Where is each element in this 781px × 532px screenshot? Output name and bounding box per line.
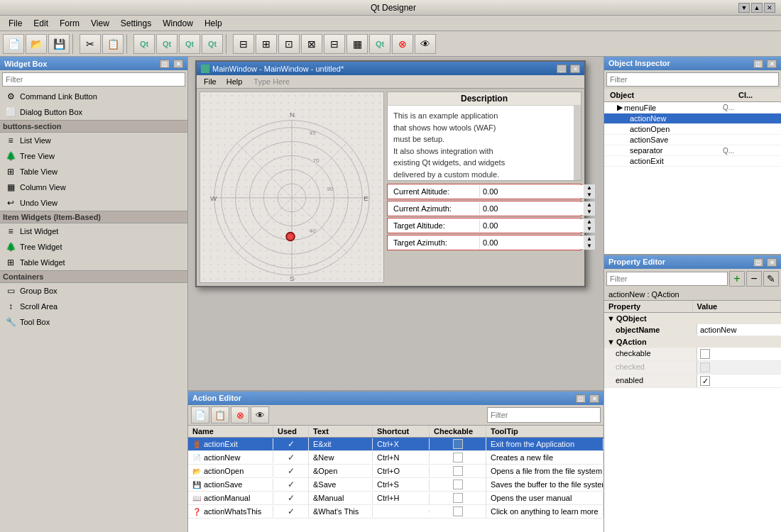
layout-v[interactable]: ⊞ xyxy=(256,34,277,54)
widget-item-command-link-button[interactable]: ⚙ Command Link Button xyxy=(0,89,187,104)
action-delete-btn[interactable]: ⊗ xyxy=(231,406,249,423)
obj-name-actionnew: actionNew xyxy=(628,114,723,123)
menu-file[interactable]: File xyxy=(3,17,28,30)
maximize-button[interactable]: ▲ xyxy=(751,3,763,13)
prop-val-objectname[interactable]: actionNew xyxy=(697,324,781,336)
desc-line4: It also shows integration with xyxy=(393,147,493,155)
widget-item-tree-view[interactable]: 🌲 Tree View xyxy=(0,148,187,164)
obj-row-menufile[interactable]: ▶ menuFile Q... xyxy=(604,102,781,113)
widget-item-column-view[interactable]: ▦ Column View xyxy=(0,179,187,195)
menu-edit[interactable]: Edit xyxy=(28,17,54,30)
mw-minimize[interactable]: _ xyxy=(557,65,567,73)
oi-float-btn[interactable]: ◫ xyxy=(753,60,763,68)
action-row-exit[interactable]: 🚪 actionExit ✓ E&xit Ctrl+X Exit from th… xyxy=(188,438,604,451)
widget-item-tree-widget[interactable]: 🌲 Tree Widget xyxy=(0,239,187,255)
spin-up-3[interactable]: ▲ xyxy=(584,218,595,226)
mw-type-here[interactable]: Type Here xyxy=(248,77,295,87)
widget-item-scroll-area[interactable]: ↕ Scroll Area xyxy=(0,299,187,314)
cut-button[interactable]: ✂ xyxy=(80,34,101,54)
preview-button[interactable]: 👁 xyxy=(415,34,436,54)
oi-close-btn[interactable]: ✕ xyxy=(767,60,777,68)
mw-close[interactable]: ✕ xyxy=(570,65,580,73)
minimize-button[interactable]: ▼ xyxy=(738,3,750,13)
widget-item-table-view[interactable]: ⊞ Table View xyxy=(0,164,187,179)
pe-close-btn[interactable]: ✕ xyxy=(767,258,777,267)
window-controls[interactable]: ▼ ▲ ✕ xyxy=(738,3,775,13)
prop-remove-btn[interactable]: − xyxy=(746,271,762,287)
obj-row-actionopen[interactable]: actionOpen xyxy=(604,124,781,135)
spin-up-4[interactable]: ▲ xyxy=(584,235,595,243)
mw-menu-file[interactable]: File xyxy=(200,77,221,87)
qt-btn-1[interactable]: Qt xyxy=(133,34,155,54)
wb-float-btn[interactable]: ◫ xyxy=(160,60,170,68)
action-row-manual[interactable]: 📖 actionManual ✓ &Manual Ctrl+H Opens th… xyxy=(188,492,604,505)
obj-row-actionnew[interactable]: actionNew xyxy=(604,113,781,124)
widget-item-table-widget[interactable]: ⊞ Table Widget xyxy=(0,255,187,270)
close-button[interactable]: ✕ xyxy=(764,3,775,13)
qt-btn-4[interactable]: Qt xyxy=(202,34,223,54)
qt-btn-3[interactable]: Qt xyxy=(179,34,200,54)
action-row-open[interactable]: 📂 actionOpen ✓ &Open Ctrl+O Opens a file… xyxy=(188,465,604,478)
action-new-btn[interactable]: 📄 xyxy=(191,406,209,423)
widget-item-undo-view[interactable]: ↩ Undo View xyxy=(0,195,187,211)
layout-h[interactable]: ⊟ xyxy=(233,34,254,54)
mw-menu-help[interactable]: Help xyxy=(222,77,247,87)
copy-button[interactable]: 📋 xyxy=(102,34,124,54)
spin-down[interactable]: ▼ xyxy=(584,192,595,199)
spin-up[interactable]: ▲ xyxy=(584,184,595,192)
layout-s[interactable]: ⊟ xyxy=(324,34,345,54)
qt-btn-2[interactable]: Qt xyxy=(156,34,178,54)
obj-row-separator[interactable]: separator Q... xyxy=(604,145,781,156)
object-inspector-filter-input[interactable] xyxy=(606,72,779,87)
action-row-new[interactable]: 📄 actionNew ✓ &New Ctrl+N Creates a new … xyxy=(188,451,604,465)
field-input-current-altitude[interactable] xyxy=(480,185,584,198)
prop-row-enabled: enabled ✓ xyxy=(604,375,781,388)
widget-item-group-box[interactable]: ▭ Group Box xyxy=(0,283,187,299)
ae-close-btn[interactable]: ✕ xyxy=(589,394,599,403)
layout-b[interactable]: ▦ xyxy=(346,34,368,54)
ae-float-btn[interactable]: ◫ xyxy=(576,394,586,403)
delete-layout[interactable]: ⊗ xyxy=(392,34,413,54)
action-copy-btn[interactable]: 📋 xyxy=(211,406,229,423)
spin-down-3[interactable]: ▼ xyxy=(584,226,595,233)
menu-form[interactable]: Form xyxy=(54,17,85,30)
prop-add-btn[interactable]: + xyxy=(729,271,745,287)
pe-float-btn[interactable]: ◫ xyxy=(753,258,763,267)
widget-item-dialog-button-box[interactable]: ⬜ Dialog Button Box xyxy=(0,104,187,120)
prop-val-checkable[interactable] xyxy=(697,348,781,360)
action-editor-header: Action Editor ◫ ✕ xyxy=(188,392,604,405)
menu-settings[interactable]: Settings xyxy=(115,17,157,30)
prop-val-enabled[interactable]: ✓ xyxy=(697,375,781,387)
spin-down-4[interactable]: ▼ xyxy=(584,243,595,250)
layout-f[interactable]: ⊠ xyxy=(301,34,322,54)
action-filter-input[interactable] xyxy=(487,407,601,423)
field-input-target-altitude[interactable] xyxy=(480,219,584,232)
new-button[interactable]: 📄 xyxy=(3,34,24,54)
checkbox-checkable[interactable] xyxy=(700,349,710,359)
menu-help[interactable]: Help xyxy=(199,17,228,30)
wb-close-btn[interactable]: ✕ xyxy=(173,60,183,68)
spin-up-2[interactable]: ▲ xyxy=(584,201,595,209)
menu-window[interactable]: Window xyxy=(157,17,199,30)
prop-options-btn[interactable]: ✎ xyxy=(763,271,779,287)
layout-g[interactable]: ⊡ xyxy=(278,34,300,54)
menu-view[interactable]: View xyxy=(85,17,115,30)
obj-row-actionexit[interactable]: actionExit xyxy=(604,156,781,167)
widget-box-filter-input[interactable] xyxy=(2,72,185,87)
obj-row-actionsave[interactable]: actionSave xyxy=(604,135,781,145)
save-button[interactable]: 💾 xyxy=(48,34,70,54)
widget-item-tool-box[interactable]: 🔧 Tool Box xyxy=(0,314,187,330)
widget-item-list-view[interactable]: ≡ List View xyxy=(0,133,187,148)
action-preview-btn[interactable]: 👁 xyxy=(251,406,269,423)
prop-col-value: Value xyxy=(693,301,782,312)
qt-btn-5[interactable]: Qt xyxy=(369,34,390,54)
action-row-whatsthis[interactable]: ❓ actionWhatsThis ✓ &What's This Click o… xyxy=(188,505,604,519)
action-row-save[interactable]: 💾 actionSave ✓ &Save Ctrl+S Saves the bu… xyxy=(188,478,604,492)
spin-down-2[interactable]: ▼ xyxy=(584,209,595,216)
widget-item-list-widget[interactable]: ≡ List Widget xyxy=(0,223,187,239)
open-button[interactable]: 📂 xyxy=(26,34,47,54)
field-input-current-azimuth[interactable] xyxy=(480,202,584,215)
checkbox-enabled[interactable]: ✓ xyxy=(700,376,710,386)
property-editor-filter-input[interactable] xyxy=(606,272,728,286)
field-input-target-azimuth[interactable] xyxy=(480,236,584,249)
